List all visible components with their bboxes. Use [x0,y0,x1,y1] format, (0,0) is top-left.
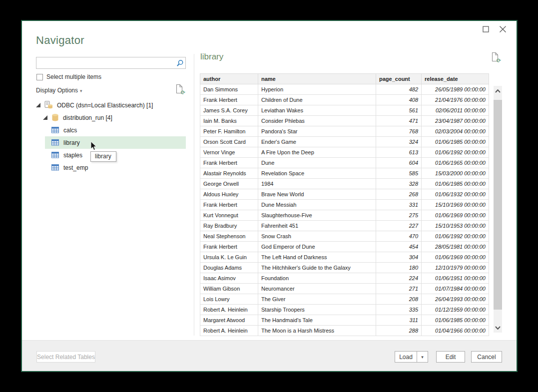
table-cell: 454 [376,242,422,252]
table-row: Frank HerbertDune Messiah33115/10/1969 0… [200,200,489,210]
table-cell: God Emperor of Dune [258,242,376,252]
table-row: Aldous HuxleyBrave New World26801/06/193… [200,189,489,200]
tree-refresh-button[interactable]: ⟳ [175,84,186,96]
table-cell: Ender's Game [258,137,376,147]
table-cell: Starship Troopers [258,305,376,315]
table-cell: 02/03/2004 00:00:00 [422,126,489,137]
tree-item-database[interactable]: distribution_run [4] [22,111,194,124]
table-cell: Frank Herbert [200,200,258,210]
table-cell: Foundation [258,273,376,284]
tree-item-label: calcs [63,127,77,134]
table-row: Vernor VingeA Fire Upon the Deep61301/06… [200,147,489,158]
table-cell: 335 [376,305,422,315]
select-related-tables-button[interactable]: Select Related Tables [36,351,95,363]
table-row: Peter F. HamiltonPandora's Star76802/03/… [200,126,489,137]
footer-bar: Select Related Tables Load ▾ Edit Cancel [22,340,517,371]
page-refresh-icon: ⟳ [491,52,500,62]
table-row: Lois LowryThe Giver20826/04/1993 00:00:0… [200,294,489,305]
cancel-button[interactable]: Cancel [471,351,502,363]
source-tree: ODBC (dsn=Local Elasticsearch) [1] distr… [22,99,194,174]
tree-tables: calcs library [22,124,194,174]
table-cell: 304 [376,252,422,263]
maximize-button[interactable] [481,24,491,34]
table-cell: 01/06/1969 00:00:00 [422,210,489,221]
table-cell: 01/06/1992 00:00:00 [422,147,489,158]
table-cell: Iain M. Banks [200,116,258,126]
tree-item-odbc-source[interactable]: ODBC (dsn=Local Elasticsearch) [1] [22,99,194,111]
column-header: name [258,74,376,84]
table-cell: 768 [376,126,422,137]
tree-item-table[interactable]: library [45,136,186,149]
table-row: Isaac AsimovFoundation22401/06/1951 00:0… [200,273,489,284]
table-cell: Peter F. Hamilton [200,126,258,137]
table-row: Douglas AdamsThe Hitchhiker's Guide to t… [200,263,489,273]
table-cell: 01/12/1959 00:00:00 [422,305,489,315]
table-row: William GibsonNeuromancer27101/07/1984 0… [200,284,489,294]
table-cell: 21/04/1976 00:00:00 [422,95,489,105]
select-multiple-checkbox[interactable] [36,74,43,80]
scroll-down-button[interactable] [494,323,502,333]
search-input[interactable] [36,58,174,68]
search-icon[interactable] [174,59,185,67]
tree-item-table[interactable]: calcs [45,124,186,136]
preview-header-row: authornamepage_countrelease_date [200,74,489,84]
table-cell: 613 [376,147,422,158]
table-cell: 275 [376,210,422,221]
table-cell: 271 [376,284,422,294]
table-cell: Robert A. Heinlein [200,305,258,315]
display-options-dropdown[interactable]: Display Options▾ [36,87,82,94]
table-cell: 324 [376,137,422,147]
column-header: page_count [376,74,422,84]
table-row: Robert A. HeinleinThe Moon is a Harsh Mi… [200,326,489,336]
table-cell: Ursula K. Le Guin [200,252,258,263]
table-cell: 328 [376,179,422,189]
select-multiple-row: Select multiple items [36,73,101,80]
table-row: Kurt VonnegutSlaughterhouse-Five27501/06… [200,210,489,221]
table-cell: 01/06/1985 00:00:00 [422,137,489,147]
table-cell: Revelation Space [258,168,376,179]
chevron-down-icon: ▾ [421,355,424,360]
table-cell: William Gibson [200,284,258,294]
tree-item-label: distribution_run [4] [63,114,112,121]
table-cell: 15/10/1969 00:00:00 [422,200,489,210]
table-row: James S.A. CoreyLeviathan Wakes56102/06/… [200,105,489,116]
table-row: Margaret AtwoodThe Handmaid's Tale31101/… [200,315,489,326]
tree-expanded-arrow-icon[interactable] [36,103,41,107]
close-button[interactable] [498,24,508,34]
table-cell: George Orwell [200,179,258,189]
table-cell: 01/06/1965 00:00:00 [422,158,489,168]
table-cell: 311 [376,315,422,326]
table-cell: Neal Stephenson [200,231,258,242]
dialog-title: Navigator [36,34,84,47]
table-cell: Robert A. Heinlein [200,326,258,336]
preview-title: library [200,52,223,62]
table-row: Frank HerbertChildren of Dune40821/04/19… [200,95,489,105]
tree-item-table[interactable]: test_emp [45,161,186,174]
load-dropdown-button[interactable]: ▾ [417,351,428,363]
table-cell: 01/06/1951 00:00:00 [422,273,489,284]
table-cell: Leviathan Wakes [258,105,376,116]
table-cell: Frank Herbert [200,242,258,252]
table-row: Dan SimmonsHyperion48226/05/1989 00:00:0… [200,84,489,95]
table-cell: Vernor Vinge [200,147,258,158]
display-options-label: Display Options [36,87,78,94]
table-cell: Brave New World [258,189,376,200]
tree-item-label: staples [63,152,82,159]
table-cell: 408 [376,95,422,105]
tree-expanded-arrow-icon[interactable] [43,115,48,120]
table-cell: The Hitchhiker's Guide to the Galaxy [258,263,376,273]
table-cell: 470 [376,231,422,242]
table-cell: Isaac Asimov [200,273,258,284]
preview-refresh-button[interactable]: ⟳ [491,52,502,64]
preview-scrollbar[interactable] [494,86,502,333]
chevron-down-icon [495,326,501,330]
table-cell: 331 [376,200,422,210]
edit-button[interactable]: Edit [436,351,465,363]
table-cell: Lois Lowry [200,294,258,305]
scrollbar-thumb[interactable] [494,100,502,310]
table-row: Neal StephensonSnow Crash47001/06/1992 0… [200,231,489,242]
load-button[interactable]: Load [395,351,417,363]
table-grid-icon [51,152,59,158]
preview-table-body: Dan SimmonsHyperion48226/05/1989 00:00:0… [200,84,489,336]
scroll-up-button[interactable] [494,86,502,96]
